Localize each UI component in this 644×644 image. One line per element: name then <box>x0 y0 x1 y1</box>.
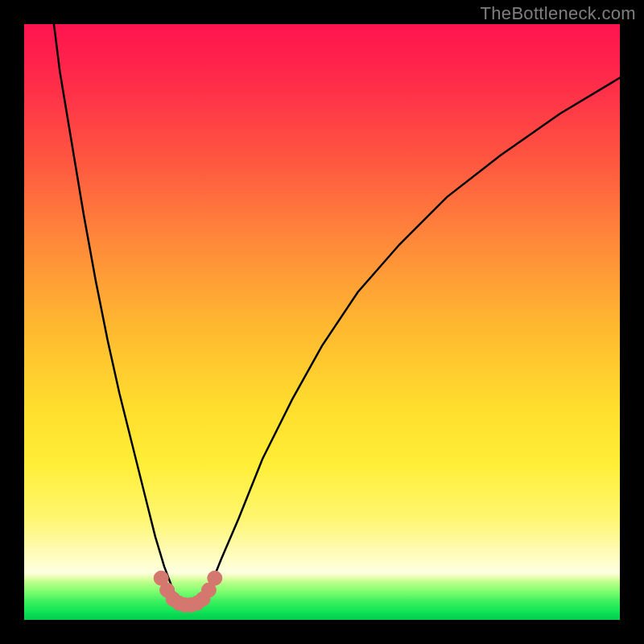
bottom-knots-group <box>154 571 222 612</box>
curve-layer <box>24 24 620 620</box>
curve-left <box>54 24 179 602</box>
watermark-text: TheBottleneck.com <box>481 3 636 24</box>
plot-area <box>24 24 620 620</box>
chart-frame: TheBottleneck.com <box>0 0 644 644</box>
knot-point <box>208 571 222 585</box>
curve-right <box>203 78 620 602</box>
